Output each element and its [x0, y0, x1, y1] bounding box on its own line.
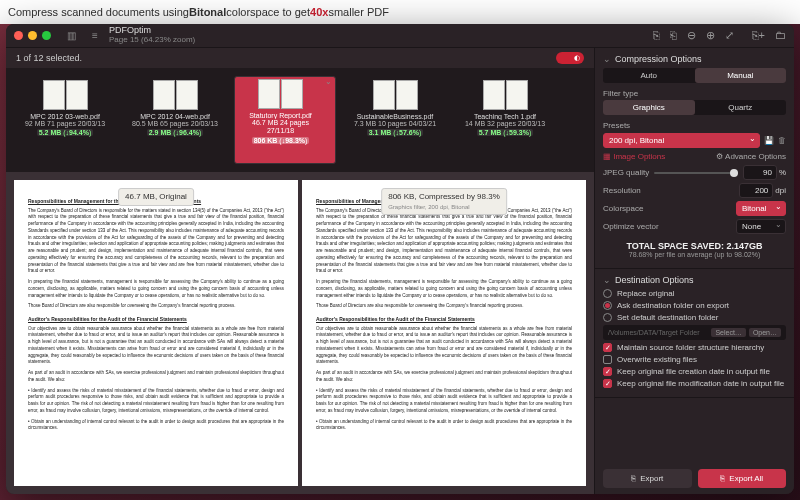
thumbnail-item[interactable]: MPC 2012 04-web.pdf 80.5 MB 65 pages 20/…: [124, 76, 226, 164]
open-folder-button[interactable]: Open…: [749, 328, 781, 337]
total-saved-label: TOTAL SPACE SAVED: 2.147GB: [603, 241, 786, 251]
compressed-size-label: 806 KB, Compressed by 98.3% Graphics fil…: [381, 188, 507, 215]
total-saved-sub: 78.68% per file on average (up to 98.02%…: [603, 251, 786, 258]
chevron-down-icon: ⌄: [603, 275, 611, 285]
destination-path: /Volumes/DATA/Target Folder: [608, 329, 700, 336]
thumbnail-item[interactable]: Teaching Tech 1.pdf 14 MB 32 pages 20/03…: [454, 76, 556, 164]
check-keep-modification-date[interactable]: ✓Keep original file modification date in…: [603, 379, 786, 388]
destination-path-box: /Volumes/DATA/Target Folder Select… Open…: [603, 325, 786, 340]
thumbnail-item[interactable]: MPC 2012 03-web.pdf 92 MB 71 pages 20/03…: [14, 76, 116, 164]
thumbnail-item-selected[interactable]: Statutory Report.pdf 46.7 MB 24 pages 27…: [234, 76, 336, 164]
minimize-window-icon[interactable]: [28, 31, 37, 40]
check-keep-creation-date[interactable]: ✓Keep original file creation date in out…: [603, 367, 786, 376]
zoom-window-icon[interactable]: [42, 31, 51, 40]
thumbnail-item[interactable]: SustainableBusiness.pdf 7.3 MB 10 pages …: [344, 76, 446, 164]
list-view-icon[interactable]: ≡: [85, 28, 105, 44]
add-folder-icon[interactable]: 🗀: [775, 29, 786, 42]
colorspace-select[interactable]: Bitonal: [736, 201, 786, 216]
export-all-button[interactable]: ⎘Export All: [698, 469, 787, 488]
add-file-icon[interactable]: ⎘+: [752, 29, 765, 42]
filter-graphics[interactable]: Graphics: [603, 100, 695, 115]
filter-type-label: Filter type: [603, 89, 786, 98]
mode-manual[interactable]: Manual: [695, 68, 787, 83]
sidebar-toggle-icon[interactable]: ▥: [61, 28, 81, 44]
optimize-vector-label: Optimize vector: [603, 222, 659, 231]
close-window-icon[interactable]: [14, 31, 23, 40]
radio-replace-original[interactable]: Replace original: [603, 289, 786, 298]
jpeg-quality-value[interactable]: 90: [743, 165, 777, 180]
jpeg-quality-slider[interactable]: [654, 172, 738, 174]
selection-bar: 1 of 12 selected. ◐: [6, 48, 594, 68]
selection-count: 1 of 12 selected.: [16, 53, 82, 63]
titlebar: ▥ ≡ PDFOptim Page 15 (64.23% zoom) ⎘ ⎗ ⊖…: [6, 24, 794, 48]
export-icon: ⎘: [631, 474, 636, 483]
mode-auto[interactable]: Auto: [603, 68, 695, 83]
zoom-out-icon[interactable]: ⊖: [687, 29, 696, 42]
filter-segmented[interactable]: Graphics Quartz: [603, 100, 786, 115]
chevron-down-icon: ⌄: [603, 54, 611, 64]
traffic-lights: [14, 31, 51, 40]
compression-options-header[interactable]: ⌄Compression Options: [603, 54, 786, 64]
check-overwrite-existing[interactable]: Overwrite existing files: [603, 355, 786, 364]
compare-toggle[interactable]: ◐: [556, 52, 584, 64]
preset-select[interactable]: 200 dpi, Bitonal: [603, 133, 760, 148]
filter-quartz[interactable]: Quartz: [695, 100, 787, 115]
thumbnail-strip: MPC 2012 03-web.pdf 92 MB 71 pages 20/03…: [6, 68, 594, 172]
zoom-in-icon[interactable]: ⊕: [706, 29, 715, 42]
check-maintain-structure[interactable]: ✓Maintain source folder structure hierar…: [603, 343, 786, 352]
options-panel: ⌄Compression Options Auto Manual Filter …: [594, 48, 794, 494]
image-options-tab[interactable]: ▦ Image Options: [603, 152, 665, 161]
colorspace-label: Colorspace: [603, 204, 643, 213]
app-window: ▥ ≡ PDFOptim Page 15 (64.23% zoom) ⎘ ⎗ ⊖…: [6, 24, 794, 494]
preview-original: 46.7 MB, Original Responsibilities of Ma…: [14, 180, 298, 486]
presets-label: Presets: [603, 121, 786, 130]
radio-ask-destination[interactable]: Ask destination folder on export: [603, 301, 786, 310]
resolution-label: Resolution: [603, 186, 641, 195]
preview-pane: 46.7 MB, Original Responsibilities of Ma…: [6, 172, 594, 494]
resolution-value[interactable]: 200: [739, 183, 773, 198]
promo-banner: Compress scanned documents using Bitonal…: [0, 0, 800, 24]
mode-segmented[interactable]: Auto Manual: [603, 68, 786, 83]
destination-options-header[interactable]: ⌄Destination Options: [603, 275, 786, 285]
optimize-vector-select[interactable]: None: [736, 219, 786, 234]
export-all-icon: ⎘: [720, 474, 725, 483]
radio-set-default-destination[interactable]: Set default destination folder: [603, 313, 786, 322]
page-prev-icon[interactable]: ⎘: [653, 29, 660, 42]
zoom-fit-icon[interactable]: ⤢: [725, 29, 734, 42]
window-title: PDFOptim Page 15 (64.23% zoom): [109, 26, 653, 45]
jpeg-quality-label: JPEG quality: [603, 168, 649, 177]
advance-options-tab[interactable]: ⚙ Advance Options: [716, 152, 786, 161]
preset-delete-icon[interactable]: 🗑: [778, 136, 786, 145]
preview-compressed: 806 KB, Compressed by 98.3% Graphics fil…: [302, 180, 586, 486]
original-size-label: 46.7 MB, Original: [118, 188, 194, 206]
export-button[interactable]: ⎘Export: [603, 469, 692, 488]
select-folder-button[interactable]: Select…: [711, 328, 745, 337]
preset-save-icon[interactable]: 💾: [764, 136, 774, 145]
page-next-icon[interactable]: ⎗: [670, 29, 677, 42]
